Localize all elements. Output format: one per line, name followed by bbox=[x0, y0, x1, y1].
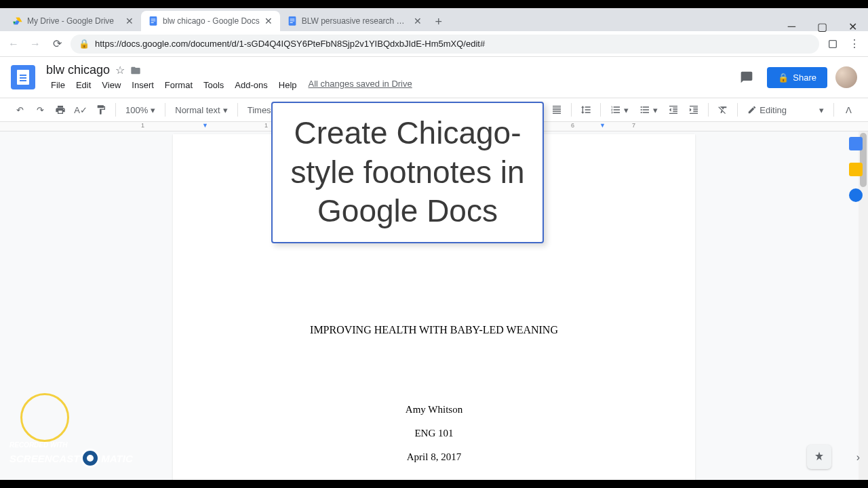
tab-title: blw chicago - Google Docs bbox=[163, 16, 260, 26]
lock-icon: 🔒 bbox=[778, 73, 789, 83]
menu-view[interactable]: View bbox=[97, 79, 125, 92]
svg-rect-3 bbox=[151, 22, 154, 23]
document-heading: IMPROVING HEALTH WITH BABY-LED WEANING bbox=[241, 324, 627, 336]
minimize-button[interactable]: ─ bbox=[776, 16, 807, 37]
svg-rect-2 bbox=[151, 20, 156, 21]
ruler-mark: 6 bbox=[571, 122, 574, 129]
tasks-icon[interactable] bbox=[849, 188, 863, 202]
close-window-button[interactable]: ✕ bbox=[837, 16, 868, 37]
decrease-indent-button[interactable] bbox=[665, 101, 682, 119]
cursor-highlight bbox=[20, 393, 69, 442]
document-date: April 8, 2017 bbox=[241, 451, 627, 463]
svg-rect-6 bbox=[290, 20, 294, 21]
docs-logo[interactable] bbox=[11, 65, 35, 89]
indent-marker[interactable]: ▼ bbox=[202, 122, 208, 129]
side-panel-toggle[interactable]: › bbox=[856, 451, 860, 464]
redo-button[interactable]: ↷ bbox=[31, 101, 49, 119]
chevron-down-icon: ▾ bbox=[151, 105, 155, 115]
maximize-button[interactable]: ▢ bbox=[807, 16, 837, 37]
folder-icon[interactable] bbox=[130, 65, 141, 76]
address-bar[interactable]: 🔒 https://docs.google.com/document/d/1-s… bbox=[71, 35, 819, 54]
ruler-mark: 1 bbox=[264, 122, 268, 129]
window-controls: ─ ▢ ✕ bbox=[776, 16, 868, 39]
side-panel bbox=[844, 131, 868, 202]
save-status[interactable]: All changes saved in Drive bbox=[309, 79, 412, 92]
spellcheck-button[interactable]: A✓ bbox=[72, 101, 90, 119]
chevron-down-icon: ▾ bbox=[819, 105, 824, 115]
ruler-mark: 7 bbox=[632, 122, 635, 129]
lock-icon: 🔒 bbox=[79, 39, 90, 49]
chevron-down-icon: ▾ bbox=[653, 105, 658, 115]
comments-button[interactable] bbox=[734, 65, 759, 89]
browser-nav-bar: ← → ⟳ 🔒 https://docs.google.com/document… bbox=[0, 31, 868, 57]
explore-button[interactable] bbox=[807, 445, 831, 469]
forward-button[interactable]: → bbox=[27, 36, 43, 52]
svg-rect-1 bbox=[151, 19, 156, 20]
tab-title: BLW persuasive research 101 chi bbox=[302, 16, 409, 26]
zoom-select[interactable]: 100%▾ bbox=[121, 105, 159, 115]
print-button[interactable] bbox=[52, 101, 69, 119]
close-icon[interactable]: ✕ bbox=[125, 16, 134, 26]
back-button[interactable]: ← bbox=[5, 36, 22, 52]
browser-tab-strip: My Drive - Google Drive ✕ blw chicago - … bbox=[0, 8, 868, 31]
collapse-toolbar-button[interactable]: ᐱ bbox=[840, 101, 857, 119]
callout-text: Create Chicago-style footnotes in Google… bbox=[286, 114, 529, 231]
tab-title: My Drive - Google Drive bbox=[27, 16, 121, 26]
browser-tab[interactable]: My Drive - Google Drive ✕ bbox=[5, 11, 141, 31]
svg-rect-5 bbox=[290, 19, 294, 20]
menu-help[interactable]: Help bbox=[274, 79, 302, 92]
menu-addons[interactable]: Add-ons bbox=[230, 79, 272, 92]
url-text: https://docs.google.com/document/d/1-sGD… bbox=[95, 39, 485, 49]
document-course: ENG 101 bbox=[241, 428, 627, 439]
keep-icon[interactable] bbox=[849, 163, 863, 176]
reload-button[interactable]: ⟳ bbox=[49, 36, 65, 52]
style-select[interactable]: Normal text▾ bbox=[171, 105, 231, 115]
new-tab-button[interactable]: + bbox=[429, 12, 448, 31]
close-icon[interactable]: ✕ bbox=[413, 16, 422, 26]
browser-tab[interactable]: BLW persuasive research 101 chi ✕ bbox=[280, 11, 429, 31]
editing-mode-select[interactable]: Editing ▾ bbox=[743, 105, 828, 115]
avatar[interactable] bbox=[835, 66, 857, 88]
document-author: Amy Whitson bbox=[241, 404, 627, 415]
chevron-down-icon: ▾ bbox=[223, 105, 228, 115]
svg-rect-8 bbox=[829, 40, 837, 47]
close-icon[interactable]: ✕ bbox=[264, 16, 273, 26]
star-icon[interactable]: ☆ bbox=[115, 64, 125, 77]
svg-rect-7 bbox=[290, 22, 292, 23]
menu-format[interactable]: Format bbox=[160, 79, 197, 92]
docs-header: blw chicago ☆ File Edit View Insert Form… bbox=[0, 57, 868, 98]
share-button[interactable]: 🔒 Share bbox=[767, 67, 827, 88]
menu-file[interactable]: File bbox=[46, 79, 70, 92]
chevron-down-icon: ▾ bbox=[624, 105, 629, 115]
numbered-list-button[interactable]: ▾ bbox=[606, 104, 633, 115]
bulleted-list-button[interactable]: ▾ bbox=[635, 104, 662, 115]
menu-bar: File Edit View Insert Format Tools Add-o… bbox=[46, 79, 734, 92]
document-title[interactable]: blw chicago bbox=[46, 63, 110, 77]
watermark: RECORDED WITH SCREENCAST MATIC bbox=[9, 441, 133, 468]
line-spacing-button[interactable] bbox=[577, 101, 595, 119]
drive-icon bbox=[12, 16, 23, 26]
screencast-logo-icon bbox=[81, 449, 100, 468]
clear-formatting-button[interactable] bbox=[714, 101, 732, 119]
docs-icon bbox=[148, 16, 159, 26]
menu-insert[interactable]: Insert bbox=[127, 79, 159, 92]
callout-overlay: Create Chicago-style footnotes in Google… bbox=[271, 102, 544, 243]
browser-tab[interactable]: blw chicago - Google Docs ✕ bbox=[141, 11, 280, 31]
menu-tools[interactable]: Tools bbox=[199, 79, 229, 92]
increase-indent-button[interactable] bbox=[685, 101, 703, 119]
indent-marker[interactable]: ▼ bbox=[599, 122, 606, 129]
paint-format-button[interactable] bbox=[92, 101, 110, 119]
ruler-mark: 1 bbox=[141, 122, 144, 129]
undo-button[interactable]: ↶ bbox=[11, 101, 28, 119]
share-label: Share bbox=[793, 73, 816, 83]
docs-icon bbox=[287, 16, 298, 26]
menu-edit[interactable]: Edit bbox=[71, 79, 96, 92]
calendar-icon[interactable] bbox=[849, 137, 863, 150]
align-justify-button[interactable] bbox=[548, 101, 566, 119]
